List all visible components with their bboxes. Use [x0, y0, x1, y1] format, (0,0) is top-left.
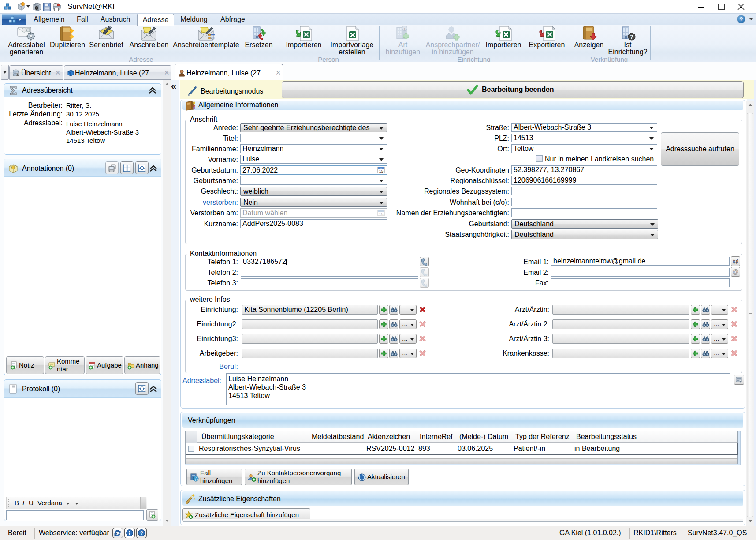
svg-text:i: i — [404, 26, 406, 31]
svg-text:?: ? — [630, 34, 633, 40]
svg-text:?: ? — [140, 530, 143, 536]
